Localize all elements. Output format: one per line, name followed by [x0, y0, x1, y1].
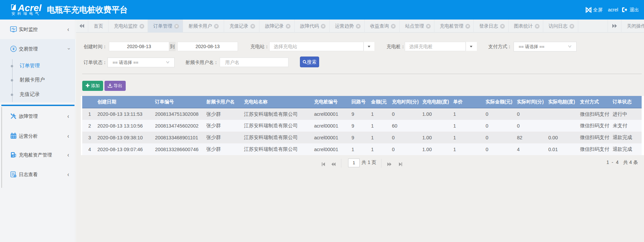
svg-text:¥: ¥	[12, 47, 15, 51]
